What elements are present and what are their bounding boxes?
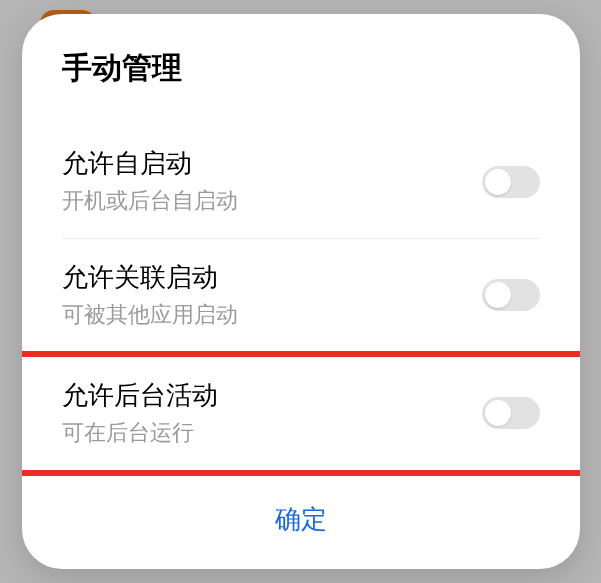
toggle-auto-start[interactable] — [482, 166, 540, 198]
confirm-button[interactable]: 确定 — [275, 502, 327, 537]
toggle-associated-start[interactable] — [482, 279, 540, 311]
option-texts: 允许后台活动 可在后台运行 — [62, 379, 482, 447]
toggle-knob — [485, 169, 511, 195]
option-subtitle: 开机或后台自启动 — [62, 187, 482, 216]
option-subtitle: 可被其他应用启动 — [62, 301, 482, 330]
toggle-knob — [485, 282, 511, 308]
option-title: 允许自启动 — [62, 147, 482, 181]
highlighted-option-frame: 允许后台活动 可在后台运行 — [22, 351, 580, 475]
manual-manage-dialog: 手动管理 允许自启动 开机或后台自启动 允许关联启动 可被其他应用启动 — [22, 14, 580, 568]
option-texts: 允许关联启动 可被其他应用启动 — [62, 261, 482, 329]
toggle-background-activity[interactable] — [482, 397, 540, 429]
toggle-knob — [485, 400, 511, 426]
option-background-activity[interactable]: 允许后台活动 可在后台运行 — [28, 357, 574, 469]
option-associated-start[interactable]: 允许关联启动 可被其他应用启动 — [22, 239, 580, 351]
modal-overlay: 手动管理 允许自启动 开机或后台自启动 允许关联启动 可被其他应用启动 — [0, 0, 601, 583]
option-title: 允许后台活动 — [62, 379, 482, 413]
option-auto-start[interactable]: 允许自启动 开机或后台自启动 — [22, 125, 580, 237]
confirm-row: 确定 — [22, 476, 580, 569]
dialog-title: 手动管理 — [22, 48, 580, 89]
option-texts: 允许自启动 开机或后台自启动 — [62, 147, 482, 215]
option-subtitle: 可在后台运行 — [62, 419, 482, 448]
option-title: 允许关联启动 — [62, 261, 482, 295]
